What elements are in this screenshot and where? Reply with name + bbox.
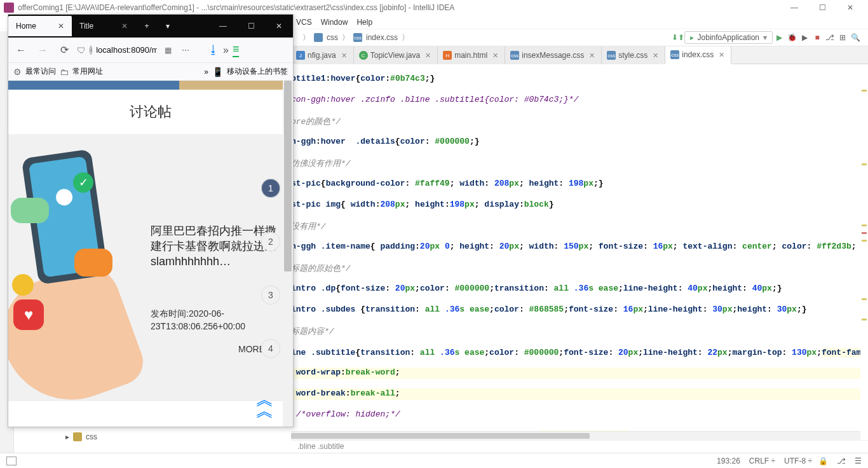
new-tab-button[interactable]: +: [135, 16, 158, 36]
browser-tab[interactable]: Title ✕: [72, 16, 135, 36]
git-status-icon[interactable]: ⎇: [837, 457, 846, 465]
window-title: offerComing1 [E:\JAVA\IDEA-relevant\offe…: [18, 3, 454, 12]
page-dot[interactable]: 4: [261, 339, 280, 358]
browser-viewport[interactable]: 讨论帖 阿里巴巴春招内推一样撒建行卡基督教啊就拉进来slamhhhhhhh… 发…: [8, 81, 293, 427]
gear-icon[interactable]: ⚙: [13, 67, 22, 77]
more-icon[interactable]: ⋯: [179, 43, 193, 57]
forward-icon[interactable]: →: [34, 41, 51, 59]
heart-icon: [13, 299, 44, 330]
breadcrumb[interactable]: 〉 css 〉 css index.css 〉: [302, 32, 409, 43]
window-title-bar: offerComing1 [E:\JAVA\IDEA-relevant\offe…: [0, 0, 868, 15]
stop-button[interactable]: ■: [811, 33, 824, 42]
header-band: [8, 81, 293, 90]
qr-icon[interactable]: ▦: [161, 43, 175, 57]
editor-tab[interactable]: Hmain.html✕: [438, 46, 505, 64]
memory-indicator[interactable]: ☰: [855, 457, 862, 465]
readonly-icon[interactable]: 🔒: [818, 457, 828, 465]
line-sep[interactable]: CRLF ÷: [749, 457, 775, 465]
browser-max-button[interactable]: ☐: [237, 16, 265, 36]
code-editor[interactable]: btitle1:hover{color:#0b74c3;} con-ggh:ho…: [291, 64, 868, 440]
hamburger-icon[interactable]: ≡: [233, 43, 240, 57]
close-tab-icon[interactable]: ✕: [121, 22, 128, 31]
page-heading: 讨论帖: [8, 102, 293, 121]
close-tab-icon[interactable]: ✕: [425, 52, 431, 60]
editor-tab-active[interactable]: cssindex.css✕: [665, 46, 731, 64]
css-file-icon: css: [353, 33, 362, 42]
scroll-top-icon[interactable]: ︽︽: [256, 394, 274, 416]
shield-icon: 🛡: [77, 45, 86, 55]
build-icon[interactable]: ⬇⬆: [672, 33, 684, 42]
reload-icon[interactable]: ⟳: [55, 41, 73, 59]
breadcrumb-file: index.css: [366, 33, 398, 42]
caret-position[interactable]: 193:26: [717, 457, 740, 465]
status-bar: 193:26 CRLF ÷ UTF-8 ÷ 🔒 ⎇ ☰: [0, 453, 868, 468]
bookmark-mobile[interactable]: 移动设备上的书签: [227, 66, 288, 77]
folder-icon: [314, 33, 323, 42]
editor-tab[interactable]: cssstyle.css✕: [602, 46, 665, 64]
browser-tab-active[interactable]: Home ✕: [8, 16, 72, 36]
download-icon[interactable]: ⭳: [208, 43, 219, 57]
folder-icon: [73, 432, 82, 441]
run-config-selector[interactable]: ▸ JobinfoApplication ▾: [684, 31, 773, 44]
overflow-icon[interactable]: »: [223, 45, 229, 56]
browser-min-button[interactable]: —: [209, 16, 237, 36]
close-tab-icon[interactable]: ✕: [719, 51, 724, 59]
folder-icon: 🗀: [60, 67, 69, 77]
editor-tab[interactable]: cssinsexMessage.css✕: [505, 46, 602, 64]
phone-illustration: [17, 147, 138, 376]
check-icon: [73, 172, 93, 193]
back-icon[interactable]: ←: [12, 41, 30, 59]
tab-overflow-icon[interactable]: ▾: [158, 16, 177, 36]
git-button[interactable]: ⎇: [824, 33, 836, 42]
structure-button[interactable]: ⊞: [836, 33, 849, 42]
bookmark-bar: ⚙ 最常访问 🗀 常用网址 » 📱 移动设备上的书签: [8, 63, 293, 81]
search-button[interactable]: 🔍: [849, 33, 862, 42]
bookmark-sites[interactable]: 常用网址: [72, 66, 103, 77]
editor-tab[interactable]: CTopicView.java✕: [354, 46, 438, 64]
browser-close-button[interactable]: ✕: [265, 16, 293, 36]
menu-vcs[interactable]: VCS: [296, 18, 312, 27]
close-tab-icon[interactable]: ✕: [589, 52, 595, 60]
info-icon[interactable]: i: [90, 46, 92, 55]
debug-button[interactable]: 🐞: [785, 33, 798, 42]
mobile-icon: 📱: [212, 67, 223, 77]
coverage-button[interactable]: ▶: [798, 33, 811, 42]
browser-tab-label: Title: [79, 22, 112, 31]
editor-hscrollbar[interactable]: [291, 431, 860, 440]
breadcrumb-folder: css: [327, 33, 338, 42]
url-input[interactable]: 🛡 i localhost:8090/ma: [77, 45, 157, 55]
editor-breadcrumb[interactable]: .bline .subtitle: [291, 440, 868, 453]
editor-tab[interactable]: Jnfig.java✕: [291, 46, 354, 64]
url-text: localhost:8090/ma: [96, 45, 157, 55]
menu-window[interactable]: Window: [321, 18, 348, 27]
window-min-button[interactable]: —: [780, 0, 808, 15]
close-tab-icon[interactable]: ✕: [492, 52, 498, 60]
browser-scrollbar[interactable]: [283, 81, 293, 427]
window-close-button[interactable]: ✕: [836, 0, 864, 15]
project-tree-item[interactable]: ▸ css: [65, 432, 97, 441]
overflow-icon[interactable]: »: [204, 67, 208, 76]
post-card: 阿里巴巴春招内推一样撒建行卡基督教啊就拉进来slamhhhhhhh… 发布时间:…: [8, 134, 293, 401]
encoding[interactable]: UTF-8 ÷: [784, 457, 812, 465]
pagination-dots: 1 2 3 4: [261, 179, 280, 358]
browser-window: Home ✕ Title ✕ + ▾ — ☐ ✕ ← → ⟳ 🛡 i local…: [8, 14, 294, 427]
window-max-button[interactable]: ☐: [808, 0, 836, 15]
close-tab-icon[interactable]: ✕: [341, 52, 347, 60]
page-dot[interactable]: 3: [261, 286, 280, 305]
page-dot[interactable]: 2: [261, 232, 280, 251]
app-icon: [4, 3, 14, 13]
run-button[interactable]: ▶: [773, 33, 785, 42]
address-bar: ← → ⟳ 🛡 i localhost:8090/ma ▦ ⋯ ⭳ » ≡: [8, 38, 293, 63]
menu-help[interactable]: Help: [356, 18, 372, 27]
bookmark-frequent[interactable]: 最常访问: [25, 66, 56, 77]
close-tab-icon[interactable]: ✕: [58, 22, 64, 31]
run-config-label: JobinfoApplication: [698, 33, 759, 42]
close-tab-icon[interactable]: ✕: [653, 52, 658, 60]
status-indicator-icon[interactable]: [6, 457, 17, 465]
page-dot-active[interactable]: 1: [261, 179, 280, 198]
browser-tab-label: Home: [16, 22, 49, 31]
browser-tab-bar: Home ✕ Title ✕ + ▾ — ☐ ✕: [8, 15, 293, 38]
editor-marker-gutter[interactable]: [860, 64, 868, 440]
